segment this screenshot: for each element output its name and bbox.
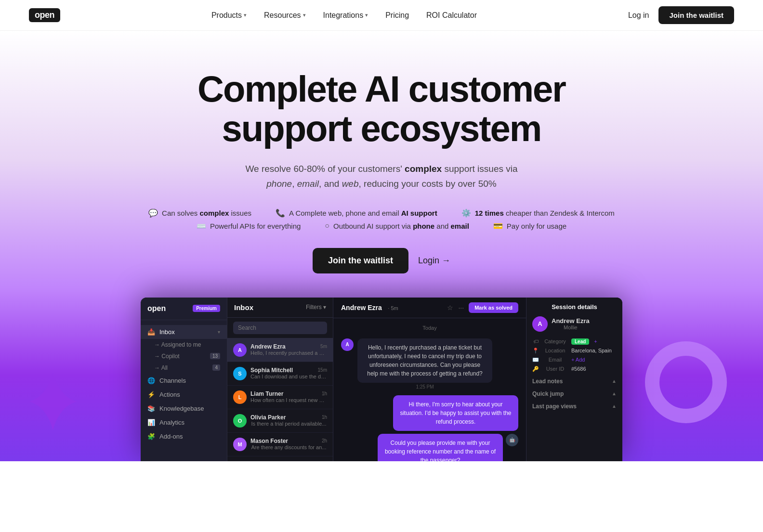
message-bubble: Hi there, I'm sorry to hear about your s… (393, 395, 518, 431)
app-mockup: open Premium 📥 Inbox ▾ → Assigned to me … (141, 298, 622, 461)
bot-avatar: 🤖 (506, 434, 518, 446)
chat-time: · 5m (388, 305, 398, 311)
code-icon: ⌨️ (197, 221, 206, 231)
session-user-name: Andrew Ezra (552, 317, 590, 324)
actions-icon: ⚡ (147, 391, 155, 398)
last-page-views-section[interactable]: Last page views ▲ (532, 403, 617, 410)
login-link-hero[interactable]: Login → (418, 256, 450, 266)
sidebar-item-analytics[interactable]: 📊 Analytics (141, 415, 227, 429)
knowledgebase-icon: 📚 (147, 405, 155, 412)
nav-logo[interactable]: open (29, 8, 60, 22)
inbox-header: Inbox Filters ▾ (227, 298, 333, 318)
chat-area: Andrew Ezra · 5m ☆ ··· Mark as solved To… (333, 298, 526, 461)
integrations-chevron-icon: ▾ (365, 12, 368, 18)
feature-complex: 💬 Can solves complex issues (148, 208, 251, 218)
list-item[interactable]: O Olivia Parker 1h Is there a trial peri… (227, 409, 333, 433)
inbox-messages-list: A Andrew Ezra 5m Hello, I recently purch… (227, 338, 333, 461)
search-input[interactable] (233, 322, 327, 334)
session-title: Session details (532, 303, 617, 311)
chat-icon: 💬 (148, 208, 158, 218)
nav-pricing[interactable]: Pricing (385, 11, 409, 20)
premium-badge: Premium (193, 305, 220, 312)
sidebar-item-knowledgebase[interactable]: 📚 Knowledgebase (141, 402, 227, 415)
category-icon: 🏷 (532, 338, 539, 344)
phone-icon: 📞 (276, 208, 285, 218)
avatar: M (233, 438, 247, 451)
app-sidebar: open Premium 📥 Inbox ▾ → Assigned to me … (141, 298, 227, 461)
features-grid: 💬 Can solves complex issues 📞 A Complete… (141, 208, 622, 231)
sidebar-nav: 📥 Inbox ▾ → Assigned to me → Copilot 13 … (141, 320, 227, 448)
lead-notes-chevron-icon: ▲ (612, 378, 617, 384)
avatar: O (233, 414, 247, 428)
inbox-sub-nav: → Assigned to me → Copilot 13 → All 4 (141, 339, 227, 374)
sidebar-copilot[interactable]: → Copilot 13 (154, 350, 227, 362)
payment-icon: 💳 (493, 221, 503, 231)
more-icon[interactable]: ··· (458, 304, 464, 311)
nav-products[interactable]: Products ▾ (211, 11, 247, 20)
sidebar-all[interactable]: → All 4 (154, 362, 227, 374)
field-location: 📍 Location Barcelona, Spain (532, 348, 617, 354)
message-timestamp: 1:25 PM (357, 384, 492, 389)
join-waitlist-button-nav[interactable]: Join the waitlist (658, 6, 734, 24)
chat-messages: Today A Hello, I recently purchased a pl… (333, 318, 526, 461)
join-waitlist-button-hero[interactable]: Join the waitlist (313, 248, 408, 273)
chat-header: Andrew Ezra · 5m ☆ ··· Mark as solved (333, 298, 526, 318)
resources-chevron-icon: ▾ (303, 12, 306, 18)
list-item[interactable]: S Sophia Mitchell 15m Can I download and… (227, 362, 333, 386)
sidebar-assigned[interactable]: → Assigned to me (154, 339, 227, 350)
ring-decoration (638, 334, 734, 432)
last-page-views-chevron-icon: ▲ (612, 403, 617, 409)
list-item[interactable]: L Liam Turner 1h How often can I request… (227, 386, 333, 409)
mark-solved-button[interactable]: Mark as solved (469, 302, 518, 313)
avatar: L (233, 390, 247, 404)
message-bubble: Hello, I recently purchased a plane tick… (357, 338, 492, 383)
avatar: S (233, 367, 247, 380)
inbox-icon: 📥 (147, 328, 155, 336)
nav-right: Log in Join the waitlist (628, 6, 734, 24)
hero-title: Complete AI customer support ecosystem (197, 69, 566, 148)
hero-section: Complete AI customer support ecosystem W… (0, 31, 763, 461)
feature-apis: ⌨️ Powerful APIs for everything (197, 221, 301, 231)
list-item[interactable]: A Andrew Ezra 5m Hello, I recently purch… (227, 338, 333, 362)
lead-badge: Lead (571, 338, 589, 345)
circle-icon: ○ (325, 221, 329, 230)
feature-ai-support: 📞 A Complete web, phone and email AI sup… (276, 208, 437, 218)
nav-roi-calculator[interactable]: ROI Calculator (426, 11, 477, 20)
add-category-button[interactable]: + (594, 338, 597, 344)
star-decoration (24, 368, 82, 442)
session-fields: 🏷 Category Lead + 📍 Location Barcelona, … (532, 338, 617, 372)
nav-integrations[interactable]: Integrations ▾ (323, 11, 368, 20)
nav-resources[interactable]: Resources ▾ (264, 11, 305, 20)
hero-subtitle: We resolve 60-80% of your customers' com… (237, 162, 526, 191)
session-user-sub: Mollie (552, 324, 590, 330)
inbox-search-area (227, 318, 333, 338)
lead-notes-section[interactable]: Lead notes ▲ (532, 378, 617, 385)
sidebar-item-channels[interactable]: 🌐 Channels (141, 374, 227, 388)
email-icon: ✉️ (532, 357, 539, 363)
chat-user-name: Andrew Ezra (341, 304, 382, 311)
quick-jump-section[interactable]: Quick jump ▲ (532, 390, 617, 397)
navbar: open Products ▾ Resources ▾ Integrations… (0, 0, 763, 31)
userid-icon: 🔑 (532, 366, 539, 372)
list-item[interactable]: M Mason Foster 2h Are there any discount… (227, 433, 333, 456)
login-link[interactable]: Log in (628, 11, 649, 20)
inbox-filters-button[interactable]: Filters ▾ (306, 304, 326, 311)
sidebar-item-addons[interactable]: 🧩 Add-ons (141, 429, 227, 443)
message-bubble: Could you please provide me with your bo… (378, 434, 503, 461)
field-category: 🏷 Category Lead + (532, 338, 617, 345)
inbox-list: Inbox Filters ▾ A Andrew Ezra 5m Hello, … (227, 298, 333, 461)
gear-icon: ⚙️ (461, 208, 471, 218)
inbox-title: Inbox (234, 303, 253, 311)
location-value: Barcelona, Spain (571, 348, 612, 353)
session-panel: Session details A Andrew Ezra Mollie 🏷 C… (526, 298, 622, 461)
star-icon[interactable]: ☆ (447, 304, 453, 311)
analytics-icon: 📊 (147, 419, 155, 426)
list-item[interactable]: E Emma Davis 3h Can I collaborate with y… (227, 456, 333, 461)
sidebar-item-actions[interactable]: ⚡ Actions (141, 388, 227, 402)
feature-cheaper: ⚙️ 12 times cheaper than Zendesk & Inter… (461, 208, 615, 218)
svg-point-0 (652, 349, 720, 416)
feature-usage: 💳 Pay only for usage (493, 221, 566, 231)
session-user: A Andrew Ezra Mollie (532, 316, 617, 332)
sidebar-item-inbox[interactable]: 📥 Inbox ▾ (141, 325, 227, 339)
add-email-button[interactable]: + Add (571, 357, 585, 363)
